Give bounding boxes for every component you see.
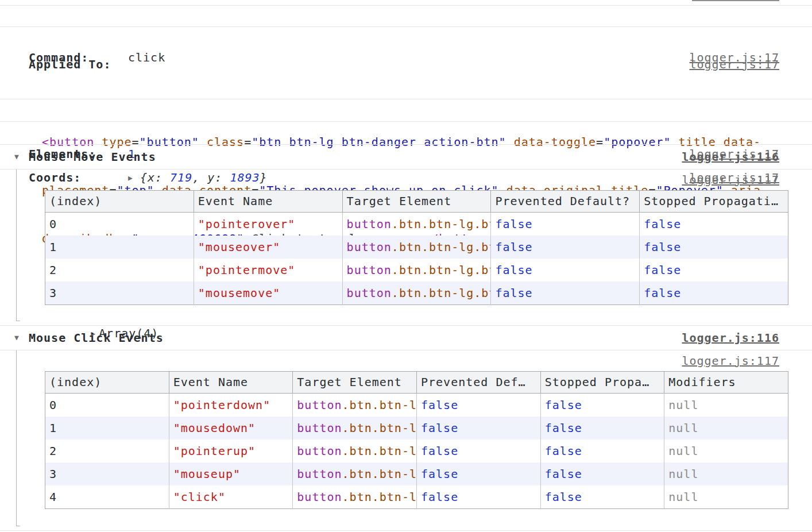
group-title: Mouse Move Events bbox=[29, 145, 156, 169]
cell-target[interactable]: button.btn.btn-lg.btn-danger.action-btn bbox=[293, 417, 417, 440]
source-link[interactable]: logger.js:117 bbox=[682, 173, 779, 187]
cell-event: "mousemove" bbox=[194, 282, 342, 305]
target-class-list: .btn.btn-lg.btn-danger.action-btn bbox=[392, 217, 491, 231]
source-link[interactable]: logger.js:116 bbox=[682, 326, 779, 350]
cell-index: 3 bbox=[45, 462, 169, 485]
cell-modifiers: null bbox=[664, 462, 788, 485]
cell-event: "click" bbox=[169, 485, 293, 509]
cell-stopped: false bbox=[540, 462, 664, 485]
target-class-list: .btn.btn-lg.btn-danger.action-btn bbox=[342, 444, 417, 458]
group-indent-guide bbox=[16, 350, 17, 526]
table-row: 0"pointerover"button.btn.btn-lg.btn-dang… bbox=[45, 213, 788, 236]
column-header[interactable]: Target Element bbox=[342, 191, 491, 213]
cell-target[interactable]: button.btn.btn-lg.btn-danger.action-btn bbox=[293, 394, 417, 417]
cell-stopped: false bbox=[540, 440, 664, 462]
cell-index: 1 bbox=[45, 417, 169, 440]
cell-stopped: false bbox=[540, 394, 664, 417]
cell-prevented: false bbox=[416, 485, 540, 509]
column-header[interactable]: (index) bbox=[45, 372, 169, 394]
cell-event: "pointermove" bbox=[194, 259, 342, 282]
collapse-triangle-icon[interactable]: ▼ bbox=[14, 326, 19, 350]
source-link[interactable]: logger.js:117 bbox=[682, 354, 779, 368]
cell-prevented: false bbox=[416, 417, 540, 440]
table-row: 3"mousemove"button.btn.btn-lg.btn-danger… bbox=[45, 282, 788, 305]
cell-prevented: false bbox=[416, 440, 540, 462]
column-header[interactable]: Stopped Propagati… bbox=[640, 191, 788, 213]
table-row: 0"pointerdown"button.btn.btn-lg.btn-dang… bbox=[45, 394, 788, 417]
target-class-list: .btn.btn-lg.btn-danger.action-btn bbox=[342, 398, 417, 412]
column-header[interactable]: Prevented Def… bbox=[416, 372, 540, 394]
group-content-mouse-move-events: logger.js:117 (index)Event NameTarget El… bbox=[0, 169, 812, 326]
column-header[interactable]: Event Name bbox=[194, 191, 342, 213]
target-class-list: .btn.btn-lg.btn-danger.action-btn bbox=[342, 421, 417, 435]
target-tag-name: button bbox=[297, 467, 342, 481]
cell-target[interactable]: button.btn.btn-lg.btn-danger.action-btn bbox=[293, 462, 417, 485]
cell-target[interactable]: button.btn.btn-lg.btn-danger.action-btn bbox=[342, 236, 491, 259]
cell-index: 0 bbox=[45, 213, 194, 236]
cell-target[interactable]: button.btn.btn-lg.btn-danger.action-btn bbox=[342, 282, 491, 305]
target-class-list: .btn.btn-lg.btn-danger.action-btn bbox=[392, 240, 491, 254]
cell-prevented: false bbox=[491, 213, 640, 236]
console-message-elements: Elements: 1 logger.js:17 bbox=[0, 99, 812, 122]
column-header[interactable]: Stopped Propa… bbox=[540, 372, 664, 394]
target-tag-name: button bbox=[297, 490, 342, 504]
mouse-click-events-table: (index)Event NameTarget ElementPrevented… bbox=[45, 371, 788, 509]
mouse-move-events-table: (index)Event NameTarget ElementPrevented… bbox=[45, 190, 788, 305]
cell-target[interactable]: button.btn.btn-lg.btn-danger.action-btn bbox=[293, 440, 417, 462]
console-message-coords: Coords: ▶ {x: 719, y: 1893} logger.js:17 bbox=[0, 122, 812, 145]
cell-event: "mouseup" bbox=[169, 462, 293, 485]
devtools-console-panel: Command: click logger.js:17 Applied To: … bbox=[0, 0, 812, 532]
cell-event: "pointerup" bbox=[169, 440, 293, 462]
group-indent-guide bbox=[16, 169, 17, 321]
cell-index: 0 bbox=[45, 394, 169, 417]
target-tag-name: button bbox=[347, 217, 392, 231]
cell-index: 4 bbox=[45, 485, 169, 509]
cell-index: 2 bbox=[45, 440, 169, 462]
cell-modifiers: null bbox=[664, 485, 788, 509]
cell-event: "mouseover" bbox=[194, 236, 342, 259]
group-header-mouse-move-events[interactable]: ▼ Mouse Move Events logger.js:116 bbox=[0, 145, 812, 169]
source-link[interactable]: logger.js:116 bbox=[682, 145, 779, 169]
cell-modifiers: null bbox=[664, 394, 788, 417]
cell-index: 3 bbox=[45, 282, 194, 305]
cell-stopped: false bbox=[640, 213, 788, 236]
target-tag-name: button bbox=[347, 263, 392, 277]
console-message-cutoff bbox=[0, 0, 812, 6]
table-row: 3"mouseup"button.btn.btn-lg.btn-danger.a… bbox=[45, 462, 788, 485]
table-row: 2"pointerup"button.btn.btn-lg.btn-danger… bbox=[45, 440, 788, 462]
cell-prevented: false bbox=[491, 282, 640, 305]
cutoff-source-link bbox=[692, 0, 779, 1]
cell-index: 2 bbox=[45, 259, 194, 282]
table-header-row: (index)Event NameTarget ElementPrevented… bbox=[45, 372, 788, 394]
target-tag-name: button bbox=[297, 444, 342, 458]
target-class-list: .btn.btn-lg.btn-danger.action-btn bbox=[342, 467, 417, 481]
column-header[interactable]: Target Element bbox=[293, 372, 417, 394]
target-class-list: .btn.btn-lg.btn-danger.action-btn bbox=[392, 263, 491, 277]
array-preview-toggle[interactable]: ▶Array(4) bbox=[46, 305, 812, 324]
target-tag-name: button bbox=[347, 286, 392, 300]
column-header[interactable]: Modifiers bbox=[664, 372, 788, 394]
collapse-triangle-icon[interactable]: ▼ bbox=[14, 145, 19, 169]
source-link[interactable]: logger.js:17 bbox=[690, 55, 780, 74]
target-class-list: .btn.btn-lg.btn-danger.action-btn bbox=[392, 286, 491, 300]
cell-event: "mousedown" bbox=[169, 417, 293, 440]
cell-modifiers: null bbox=[664, 440, 788, 462]
cell-target[interactable]: button.btn.btn-lg.btn-danger.action-btn bbox=[293, 485, 417, 509]
console-message-command: Command: click logger.js:17 bbox=[0, 6, 812, 27]
group-header-mouse-click-events[interactable]: ▼ Mouse Click Events logger.js:116 bbox=[0, 326, 812, 350]
cell-target[interactable]: button.btn.btn-lg.btn-danger.action-btn bbox=[342, 213, 491, 236]
target-class-list: .btn.btn-lg.btn-danger.action-btn bbox=[342, 490, 417, 504]
cell-prevented: false bbox=[416, 462, 540, 485]
column-header[interactable]: Prevented Default? bbox=[491, 191, 640, 213]
cell-modifiers: null bbox=[664, 417, 788, 440]
cell-stopped: false bbox=[540, 417, 664, 440]
cell-index: 1 bbox=[45, 236, 194, 259]
array-preview-toggle[interactable]: ▶Array(5) bbox=[46, 509, 812, 528]
group-title: Mouse Click Events bbox=[29, 326, 164, 350]
expand-triangle-icon[interactable]: ▶ bbox=[91, 528, 95, 532]
cell-target[interactable]: button.btn.btn-lg.btn-danger.action-btn bbox=[342, 259, 491, 282]
column-header[interactable]: Event Name bbox=[169, 372, 293, 394]
column-header[interactable]: (index) bbox=[45, 191, 194, 213]
table-row: 2"pointermove"button.btn.btn-lg.btn-dang… bbox=[45, 259, 788, 282]
target-tag-name: button bbox=[347, 240, 392, 254]
